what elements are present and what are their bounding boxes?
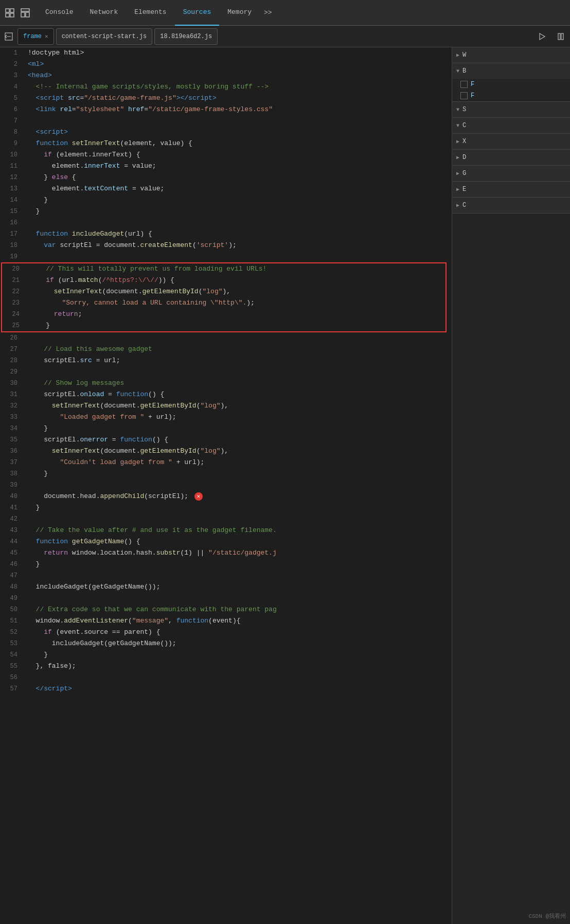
table-row: 46 } bbox=[0, 559, 452, 570]
tab-elements[interactable]: Elements bbox=[126, 0, 174, 26]
sidebar-header-c2[interactable]: ▶ C bbox=[452, 198, 570, 213]
table-row: 38 } bbox=[0, 468, 452, 479]
line-number: 15 bbox=[0, 206, 26, 217]
table-row: 18 var scriptEl = document.createElement… bbox=[0, 240, 452, 251]
line-content: } bbox=[26, 649, 452, 661]
line-number: 10 bbox=[0, 149, 26, 161]
tab-more[interactable]: >> bbox=[260, 9, 276, 16]
table-row: 19 bbox=[0, 251, 452, 262]
table-row: 11 element.innerText = value; bbox=[0, 161, 452, 172]
table-row: 9 function setInnerText(element, value) … bbox=[0, 138, 452, 149]
line-number: 45 bbox=[0, 547, 26, 559]
line-content: return window.location.hash.substr(1) ||… bbox=[26, 547, 452, 559]
tab-memory[interactable]: Memory bbox=[219, 0, 260, 26]
table-row: 36 setInnerText(document.getElementById(… bbox=[0, 446, 452, 457]
line-content: function setInnerText(element, value) { bbox=[26, 138, 452, 149]
sidebar-item-f1: F bbox=[452, 79, 570, 90]
sidebar-header-d[interactable]: ▶ D bbox=[452, 150, 570, 165]
pause-icon[interactable] bbox=[554, 29, 568, 44]
tab-console[interactable]: Console bbox=[37, 0, 82, 26]
tab-network[interactable]: Network bbox=[82, 0, 127, 26]
back-icon[interactable] bbox=[2, 30, 15, 43]
sidebar-header-g[interactable]: ▶ G bbox=[452, 166, 570, 181]
line-number: 3 bbox=[0, 70, 26, 81]
table-row: 25 } bbox=[2, 320, 446, 331]
sidebar-label-c2: C bbox=[462, 202, 466, 209]
arrow-x: ▶ bbox=[456, 138, 459, 145]
line-content: element.innerText = value; bbox=[26, 161, 452, 172]
sidebar-header-e[interactable]: ▶ E bbox=[452, 182, 570, 197]
code-panel[interactable]: 1!doctype html>2<ml>3<head>4 <!-- Intern… bbox=[0, 47, 452, 924]
line-content: setInnerText(document.getElementById("lo… bbox=[26, 446, 452, 457]
table-row: 34 } bbox=[0, 423, 452, 434]
sidebar-label-x: X bbox=[462, 138, 466, 145]
line-content: window.addEventListener("message", funct… bbox=[26, 615, 452, 627]
line-content: } bbox=[28, 320, 446, 331]
line-number: 4 bbox=[0, 81, 26, 93]
sidebar-section-w: ▶ W bbox=[452, 47, 570, 63]
line-number: 53 bbox=[0, 638, 26, 649]
sidebar-section-d: ▶ D bbox=[452, 150, 570, 166]
line-content: } bbox=[26, 502, 452, 513]
line-content: scriptEl.onload = function() { bbox=[26, 389, 452, 400]
table-row: 50 // Extra code so that we can communic… bbox=[0, 604, 452, 615]
line-number: 5 bbox=[0, 93, 26, 104]
table-row: 43 // Take the value after # and use it … bbox=[0, 525, 452, 536]
file-tab-content-script[interactable]: content-script-start.js bbox=[56, 28, 153, 45]
line-number: 44 bbox=[0, 536, 26, 547]
sidebar-header-c1[interactable]: ▼ C bbox=[452, 118, 570, 133]
sidebar-label-c1: C bbox=[462, 122, 466, 129]
svg-rect-3 bbox=[10, 13, 14, 17]
line-number: 37 bbox=[0, 457, 26, 468]
line-content: } bbox=[26, 468, 452, 479]
line-number: 57 bbox=[0, 683, 26, 695]
table-row: 56 bbox=[0, 672, 452, 683]
line-number: 35 bbox=[0, 434, 26, 446]
table-row: 2<ml> bbox=[0, 59, 452, 70]
line-content: scriptEl.src = url; bbox=[26, 355, 452, 366]
sidebar-section-s: ▼ S bbox=[452, 102, 570, 118]
sidebar-header-s[interactable]: ▼ S bbox=[452, 102, 570, 117]
line-content: if (url.match(/^https?:\/\//)) { bbox=[28, 275, 446, 286]
line-number: 41 bbox=[0, 502, 26, 513]
line-content: // Load this awesome gadget bbox=[26, 344, 452, 355]
table-row: 16 bbox=[0, 217, 452, 228]
table-row: 48 includeGadget(getGadgetName()); bbox=[0, 581, 452, 593]
sidebar-section-b: ▼ B F F bbox=[452, 63, 570, 102]
svg-rect-9 bbox=[561, 33, 563, 40]
line-number: 9 bbox=[0, 138, 26, 149]
sidebar-header-w[interactable]: ▶ W bbox=[452, 47, 570, 63]
line-content: !doctype html> bbox=[26, 47, 452, 59]
table-row: 29 bbox=[0, 366, 452, 378]
table-row: 31 scriptEl.onload = function() { bbox=[0, 389, 452, 400]
line-content: "Couldn't load gadget from " + url); bbox=[26, 457, 452, 468]
tab-sources[interactable]: Sources bbox=[175, 0, 220, 26]
inspect-icon[interactable] bbox=[4, 7, 15, 19]
checkbox-f1[interactable] bbox=[460, 81, 468, 88]
svg-rect-6 bbox=[26, 12, 29, 17]
line-number: 11 bbox=[0, 161, 26, 172]
table-row: 39 bbox=[0, 479, 452, 491]
file-tab-bundle[interactable]: 18.819ea6d2.js bbox=[154, 28, 218, 45]
close-frame-tab[interactable]: ✕ bbox=[45, 33, 48, 40]
svg-rect-0 bbox=[6, 9, 9, 12]
sidebar-header-b[interactable]: ▼ B bbox=[452, 63, 570, 79]
table-row: 23 "Sorry, cannot load a URL containing … bbox=[2, 297, 446, 309]
line-number: 28 bbox=[0, 355, 26, 366]
line-number: 17 bbox=[0, 228, 26, 240]
run-icon[interactable] bbox=[535, 29, 549, 44]
layout-icon[interactable] bbox=[20, 7, 31, 19]
sidebar-header-x[interactable]: ▶ X bbox=[452, 134, 570, 149]
sidebar-section-x: ▶ X bbox=[452, 134, 570, 150]
checkbox-f2[interactable] bbox=[460, 92, 468, 99]
line-number: 21 bbox=[2, 275, 28, 286]
line-content: } bbox=[26, 559, 452, 570]
line-number: 39 bbox=[0, 479, 26, 491]
file-tab-frame[interactable]: frame ✕ bbox=[17, 28, 54, 45]
table-row: 57 </script> bbox=[0, 683, 452, 695]
line-number: 43 bbox=[0, 525, 26, 536]
table-row: 32 setInnerText(document.getElementById(… bbox=[0, 400, 452, 412]
sidebar-section-c1: ▼ C bbox=[452, 118, 570, 134]
line-content: } bbox=[26, 194, 452, 206]
line-number: 20 bbox=[2, 263, 28, 275]
